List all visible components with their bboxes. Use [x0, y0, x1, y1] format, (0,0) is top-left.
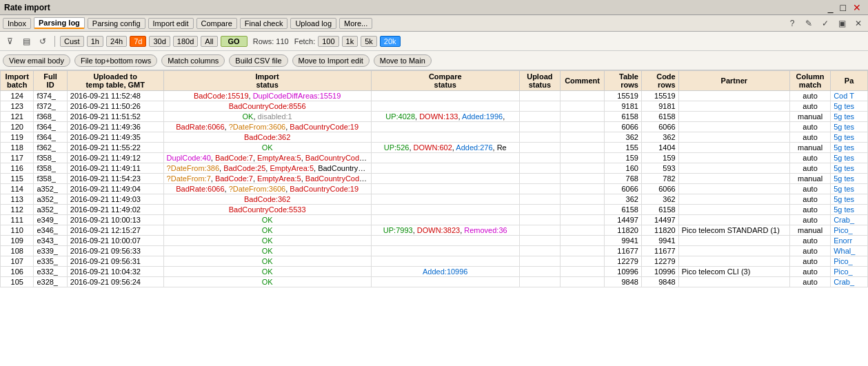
nav-more[interactable]: More...	[339, 18, 372, 29]
table-cell: 121	[1, 112, 34, 122]
build-csv-file-btn[interactable]: Build CSV file	[229, 54, 287, 67]
table-cell: 2016-09-21 11:49:12	[67, 153, 163, 163]
help-icon[interactable]: ?	[785, 17, 799, 30]
nav-inbox[interactable]: Inbox	[3, 18, 31, 29]
table-cell: 768	[605, 174, 642, 184]
table-cell	[560, 174, 604, 184]
time-24h-btn[interactable]: 24h	[106, 36, 127, 47]
import-status-cell: OK	[163, 267, 371, 277]
time-30d-btn[interactable]: 30d	[149, 36, 170, 47]
compare-status-cell	[371, 132, 519, 143]
table-row[interactable]: 113a352_2016-09-21 11:49:03BadCode:36236…	[1, 194, 868, 205]
maximize-icon[interactable]: □	[838, 2, 849, 13]
table-row[interactable]: 108e339_2016-09-21 09:56:33OK1167711677a…	[1, 246, 868, 256]
fetch-1k-btn[interactable]: 1k	[342, 36, 359, 47]
table-cell: f364_	[34, 122, 67, 132]
th-compare-status[interactable]: Comparestatus	[371, 71, 519, 91]
table-cell	[560, 184, 604, 194]
table-cell	[678, 194, 789, 205]
time-cust-btn[interactable]: Cust	[60, 36, 84, 47]
view-email-body-btn[interactable]: View email body	[3, 54, 70, 67]
compare-status-cell	[371, 277, 519, 287]
table-row[interactable]: 124f374_2016-09-21 11:52:48BadCode:15519…	[1, 91, 868, 101]
compare-status-cell	[371, 236, 519, 246]
edit-icon[interactable]: ✎	[802, 17, 816, 30]
table-row[interactable]: 116f358_2016-09-21 11:49:11?DateFrom:386…	[1, 163, 868, 174]
close-app-icon[interactable]: ✕	[851, 17, 865, 30]
table-cell: 2016-09-21 11:49:04	[67, 184, 163, 194]
table-row[interactable]: 107e335_2016-09-21 09:56:31OK1227912279a…	[1, 256, 868, 267]
table-cell: 15519	[641, 91, 678, 101]
compare-status-cell	[371, 174, 519, 184]
table-row[interactable]: 106e332_2016-09-21 10:04:32OKAdded:10996…	[1, 267, 868, 277]
check-icon[interactable]: ✓	[818, 17, 832, 30]
nav-parsing-log[interactable]: Parsing log	[34, 17, 85, 29]
pa-cell: Enorr	[831, 236, 868, 246]
filter-icon[interactable]: ⊽	[3, 34, 17, 48]
table-cell: 2016-09-21 11:50:26	[67, 101, 163, 112]
th-import-status[interactable]: Importstatus	[163, 71, 371, 91]
file-top-bottom-rows-btn[interactable]: File top+bottom rows	[74, 54, 157, 67]
fetch-5k-btn[interactable]: 5k	[361, 36, 377, 47]
table-row[interactable]: 117f358_2016-09-21 11:49:12DuplCode:40, …	[1, 153, 868, 163]
move-to-main-btn[interactable]: Move to Main	[374, 54, 432, 67]
th-comment[interactable]: Comment	[560, 71, 604, 91]
time-7d-btn[interactable]: 7d	[130, 36, 146, 47]
nav-upload-log[interactable]: Upload log	[290, 18, 336, 29]
table-cell: e335_	[34, 256, 67, 267]
table-row[interactable]: 123f372_2016-09-21 11:50:26BadCountryCod…	[1, 101, 868, 112]
table-row[interactable]: 120f364_2016-09-21 11:49:36BadRate:6066,…	[1, 122, 868, 132]
refresh-icon[interactable]: ↺	[36, 34, 50, 48]
table-cell	[560, 205, 604, 215]
th-upload-status[interactable]: Uploadstatus	[519, 71, 560, 91]
export-icon[interactable]: ▤	[19, 34, 33, 48]
th-table-rows[interactable]: Tablerows	[605, 71, 642, 91]
th-full-id[interactable]: FullID	[34, 71, 67, 91]
th-code-rows[interactable]: Coderows	[641, 71, 678, 91]
table-cell: 9181	[605, 101, 642, 112]
th-uploaded[interactable]: Uploaded totemp table, GMT	[67, 71, 163, 91]
go-button[interactable]: GO	[221, 36, 248, 47]
table-row[interactable]: 114a352_2016-09-21 11:49:04BadRate:6066,…	[1, 184, 868, 194]
compare-status-cell	[371, 91, 519, 101]
table-cell	[519, 256, 560, 267]
th-partner[interactable]: Partner	[678, 71, 789, 91]
table-row[interactable]: 109e343_2016-09-21 10:00:07OK99419941aut…	[1, 236, 868, 246]
table-cell: auto	[790, 205, 831, 215]
table-row[interactable]: 111e349_2016-09-21 10:00:13OK1449714497a…	[1, 215, 868, 225]
compare-status-cell	[371, 215, 519, 225]
table-cell: 11820	[605, 225, 642, 236]
minimize-icon[interactable]: _	[825, 2, 836, 13]
fetch-100-btn[interactable]: 100	[318, 36, 339, 47]
th-import-batch[interactable]: Importbatch	[1, 71, 34, 91]
table-cell: 593	[641, 163, 678, 174]
table-cell: 6066	[641, 184, 678, 194]
close-icon[interactable]: ✕	[850, 2, 864, 13]
nav-parsing-config[interactable]: Parsing config	[88, 18, 145, 29]
table-row[interactable]: 112a352_2016-09-21 11:49:02BadCountryCod…	[1, 205, 868, 215]
time-180d-btn[interactable]: 180d	[173, 36, 198, 47]
table-row[interactable]: 105e328_2016-09-21 09:56:24OK98489848aut…	[1, 277, 868, 287]
table-cell: 2016-09-21 11:49:11	[67, 163, 163, 174]
time-all-btn[interactable]: All	[201, 36, 217, 47]
table-cell	[519, 194, 560, 205]
table-row[interactable]: 115f358_2016-09-21 11:54:23?DateFrom:7, …	[1, 174, 868, 184]
nav-import-edit[interactable]: Import edit	[148, 18, 194, 29]
nav-compare[interactable]: Compare	[196, 18, 237, 29]
th-pa[interactable]: Pa	[831, 71, 868, 91]
move-to-import-edit-btn[interactable]: Move to Import edit	[292, 54, 370, 67]
table-row[interactable]: 118f362_2016-09-21 11:55:22OKUP:526, DOW…	[1, 143, 868, 153]
table-row[interactable]: 119f364_2016-09-21 11:49:35BadCode:36236…	[1, 132, 868, 143]
table-row[interactable]: 121f368_2016-09-21 11:51:52OK, disabled:…	[1, 112, 868, 122]
nav-final-check[interactable]: Final check	[240, 18, 288, 29]
table-cell: auto	[790, 277, 831, 287]
table-cell: 15519	[605, 91, 642, 101]
table-body: 124f374_2016-09-21 11:52:48BadCode:15519…	[1, 91, 868, 287]
window-icon[interactable]: ▣	[835, 17, 849, 30]
th-col-match[interactable]: Columnmatch	[790, 71, 831, 91]
table-row[interactable]: 110e346_2016-09-21 12:15:27OKUP:7993, DO…	[1, 225, 868, 236]
table-cell	[519, 205, 560, 215]
time-1h-btn[interactable]: 1h	[87, 36, 103, 47]
fetch-20k-btn[interactable]: 20k	[380, 36, 401, 47]
match-columns-btn[interactable]: Match columns	[161, 54, 225, 67]
